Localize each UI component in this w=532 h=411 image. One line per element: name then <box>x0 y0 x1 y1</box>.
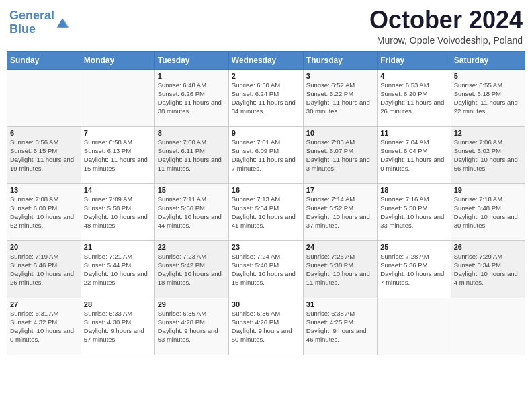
cell-2-7: 12Sunrise: 7:06 AM Sunset: 6:02 PM Dayli… <box>451 126 525 183</box>
day-number: 14 <box>84 186 152 194</box>
cell-3-2: 14Sunrise: 7:09 AM Sunset: 5:58 PM Dayli… <box>81 183 154 240</box>
day-number: 11 <box>380 129 447 137</box>
cell-5-6 <box>378 298 451 355</box>
day-number: 5 <box>454 72 522 80</box>
week-row-5: 27Sunrise: 6:31 AM Sunset: 4:32 PM Dayli… <box>7 298 525 355</box>
day-number: 2 <box>232 72 300 80</box>
header-sunday: Sunday <box>7 51 81 69</box>
day-number: 17 <box>306 186 374 194</box>
cell-1-4: 2Sunrise: 6:50 AM Sunset: 6:24 PM Daylig… <box>228 69 303 126</box>
day-info: Sunrise: 6:33 AM Sunset: 4:30 PM Dayligh… <box>84 309 152 345</box>
cell-2-1: 6Sunrise: 6:56 AM Sunset: 6:15 PM Daylig… <box>7 126 81 183</box>
day-info: Sunrise: 7:08 AM Sunset: 6:00 PM Dayligh… <box>10 195 78 230</box>
cell-3-7: 19Sunrise: 7:18 AM Sunset: 5:48 PM Dayli… <box>451 183 525 240</box>
day-number: 24 <box>306 243 374 251</box>
day-number: 18 <box>380 186 447 194</box>
header-friday: Friday <box>378 51 451 69</box>
cell-5-2: 28Sunrise: 6:33 AM Sunset: 4:30 PM Dayli… <box>81 298 154 355</box>
day-info: Sunrise: 7:03 AM Sunset: 6:07 PM Dayligh… <box>306 138 374 173</box>
day-number: 22 <box>158 243 226 251</box>
day-info: Sunrise: 6:50 AM Sunset: 6:24 PM Dayligh… <box>232 81 300 116</box>
day-info: Sunrise: 7:06 AM Sunset: 6:02 PM Dayligh… <box>454 138 522 173</box>
day-info: Sunrise: 6:53 AM Sunset: 6:20 PM Dayligh… <box>380 81 447 116</box>
day-info: Sunrise: 7:21 AM Sunset: 5:44 PM Dayligh… <box>84 252 152 287</box>
day-info: Sunrise: 7:19 AM Sunset: 5:46 PM Dayligh… <box>10 252 78 287</box>
cell-2-2: 7Sunrise: 6:58 AM Sunset: 6:13 PM Daylig… <box>81 126 154 183</box>
day-info: Sunrise: 7:14 AM Sunset: 5:52 PM Dayligh… <box>306 195 374 230</box>
cell-5-1: 27Sunrise: 6:31 AM Sunset: 4:32 PM Dayli… <box>7 298 81 355</box>
cell-1-2 <box>81 69 154 126</box>
day-number: 20 <box>10 243 78 251</box>
logo-icon <box>56 16 69 30</box>
day-number: 10 <box>306 129 374 137</box>
location-subtitle: Murow, Opole Voivodeship, Poland <box>369 35 523 46</box>
cell-1-6: 4Sunrise: 6:53 AM Sunset: 6:20 PM Daylig… <box>378 69 451 126</box>
day-number: 6 <box>10 129 78 137</box>
day-number: 26 <box>454 243 522 251</box>
header-thursday: Thursday <box>303 51 377 69</box>
day-number: 16 <box>232 186 300 194</box>
day-info: Sunrise: 6:52 AM Sunset: 6:22 PM Dayligh… <box>306 81 374 116</box>
cell-5-7 <box>451 298 525 355</box>
header-wednesday: Wednesday <box>228 51 303 69</box>
day-info: Sunrise: 7:11 AM Sunset: 5:56 PM Dayligh… <box>158 195 226 230</box>
day-info: Sunrise: 7:18 AM Sunset: 5:48 PM Dayligh… <box>454 195 522 230</box>
day-info: Sunrise: 7:23 AM Sunset: 5:42 PM Dayligh… <box>158 252 226 287</box>
day-info: Sunrise: 6:35 AM Sunset: 4:28 PM Dayligh… <box>158 309 226 345</box>
day-info: Sunrise: 7:01 AM Sunset: 6:09 PM Dayligh… <box>232 138 300 173</box>
calendar-header-row: Sunday Monday Tuesday Wednesday Thursday… <box>7 51 525 69</box>
cell-1-1 <box>7 69 81 126</box>
page-header: GeneralBlue October 2024 Murow, Opole Vo… <box>7 7 525 46</box>
day-number: 23 <box>232 243 300 251</box>
cell-3-3: 15Sunrise: 7:11 AM Sunset: 5:56 PM Dayli… <box>154 183 228 240</box>
day-info: Sunrise: 7:09 AM Sunset: 5:58 PM Dayligh… <box>84 195 152 230</box>
cell-4-3: 22Sunrise: 7:23 AM Sunset: 5:42 PM Dayli… <box>154 240 228 298</box>
day-number: 19 <box>454 186 522 194</box>
cell-4-1: 20Sunrise: 7:19 AM Sunset: 5:46 PM Dayli… <box>7 240 81 298</box>
cell-1-7: 5Sunrise: 6:55 AM Sunset: 6:18 PM Daylig… <box>451 69 525 126</box>
day-info: Sunrise: 7:28 AM Sunset: 5:36 PM Dayligh… <box>380 252 447 287</box>
header-tuesday: Tuesday <box>154 51 228 69</box>
cell-4-5: 24Sunrise: 7:26 AM Sunset: 5:38 PM Dayli… <box>303 240 377 298</box>
day-number: 13 <box>10 186 78 194</box>
cell-5-3: 29Sunrise: 6:35 AM Sunset: 4:28 PM Dayli… <box>154 298 228 355</box>
month-title: October 2024 <box>369 7 523 34</box>
week-row-2: 6Sunrise: 6:56 AM Sunset: 6:15 PM Daylig… <box>7 126 525 183</box>
week-row-4: 20Sunrise: 7:19 AM Sunset: 5:46 PM Dayli… <box>7 240 525 298</box>
cell-2-3: 8Sunrise: 7:00 AM Sunset: 6:11 PM Daylig… <box>154 126 228 183</box>
cell-2-5: 10Sunrise: 7:03 AM Sunset: 6:07 PM Dayli… <box>303 126 377 183</box>
day-info: Sunrise: 6:58 AM Sunset: 6:13 PM Dayligh… <box>84 138 152 173</box>
day-number: 3 <box>306 72 374 80</box>
day-info: Sunrise: 7:13 AM Sunset: 5:54 PM Dayligh… <box>232 195 300 230</box>
day-info: Sunrise: 6:55 AM Sunset: 6:18 PM Dayligh… <box>454 81 522 116</box>
day-info: Sunrise: 7:04 AM Sunset: 6:04 PM Dayligh… <box>380 138 447 173</box>
cell-3-1: 13Sunrise: 7:08 AM Sunset: 6:00 PM Dayli… <box>7 183 81 240</box>
cell-2-4: 9Sunrise: 7:01 AM Sunset: 6:09 PM Daylig… <box>228 126 303 183</box>
day-info: Sunrise: 7:26 AM Sunset: 5:38 PM Dayligh… <box>306 252 374 287</box>
day-number: 9 <box>232 129 300 137</box>
cell-4-2: 21Sunrise: 7:21 AM Sunset: 5:44 PM Dayli… <box>81 240 154 298</box>
cell-4-6: 25Sunrise: 7:28 AM Sunset: 5:36 PM Dayli… <box>378 240 451 298</box>
cell-1-3: 1Sunrise: 6:48 AM Sunset: 6:26 PM Daylig… <box>154 69 228 126</box>
day-info: Sunrise: 7:00 AM Sunset: 6:11 PM Dayligh… <box>158 138 226 173</box>
cell-4-4: 23Sunrise: 7:24 AM Sunset: 5:40 PM Dayli… <box>228 240 303 298</box>
day-number: 21 <box>84 243 152 251</box>
day-number: 25 <box>380 243 447 251</box>
day-number: 1 <box>158 72 226 80</box>
day-info: Sunrise: 6:36 AM Sunset: 4:26 PM Dayligh… <box>232 309 300 345</box>
day-info: Sunrise: 7:24 AM Sunset: 5:40 PM Dayligh… <box>232 252 300 287</box>
day-number: 8 <box>158 129 226 137</box>
day-number: 30 <box>232 300 300 308</box>
day-info: Sunrise: 6:31 AM Sunset: 4:32 PM Dayligh… <box>10 309 78 345</box>
cell-1-5: 3Sunrise: 6:52 AM Sunset: 6:22 PM Daylig… <box>303 69 377 126</box>
title-section: October 2024 Murow, Opole Voivodeship, P… <box>369 7 523 46</box>
cell-5-5: 31Sunrise: 6:38 AM Sunset: 4:25 PM Dayli… <box>303 298 377 355</box>
logo: GeneralBlue <box>9 9 69 36</box>
day-info: Sunrise: 7:29 AM Sunset: 5:34 PM Dayligh… <box>454 252 522 287</box>
day-number: 15 <box>158 186 226 194</box>
day-number: 4 <box>380 72 447 80</box>
day-number: 31 <box>306 300 374 308</box>
day-number: 29 <box>158 300 226 308</box>
calendar-table: Sunday Monday Tuesday Wednesday Thursday… <box>7 51 525 355</box>
week-row-1: 1Sunrise: 6:48 AM Sunset: 6:26 PM Daylig… <box>7 69 525 126</box>
